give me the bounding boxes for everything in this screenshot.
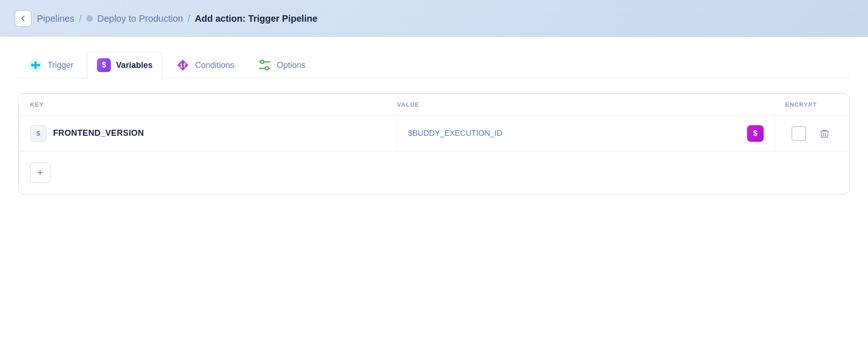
cell-key: $ FRONTEND_VERSION bbox=[19, 116, 397, 151]
col-key-header: KEY bbox=[30, 101, 397, 108]
tab-trigger-label: Trigger bbox=[48, 61, 73, 70]
breadcrumb-pipeline-name[interactable]: Deploy to Production bbox=[97, 13, 183, 24]
svg-rect-2 bbox=[35, 61, 37, 63]
header: Pipelines / Deploy to Production / Add a… bbox=[0, 0, 868, 37]
tab-conditions-label: Conditions bbox=[195, 61, 234, 70]
table-row: $ FRONTEND_VERSION $BUDDY_EXECUTION_ID $ bbox=[19, 116, 849, 151]
tab-options[interactable]: Options bbox=[247, 52, 315, 79]
add-icon: + bbox=[37, 167, 43, 179]
key-variable-icon: $ bbox=[30, 125, 47, 142]
delete-row-button[interactable] bbox=[816, 125, 833, 142]
svg-point-14 bbox=[265, 67, 269, 70]
tab-variables[interactable]: $ Variables bbox=[87, 52, 162, 79]
breadcrumb-sep-2: / bbox=[187, 13, 190, 24]
conditions-icon: if bbox=[175, 58, 190, 73]
col-value-header: VALUE bbox=[397, 101, 764, 108]
table-header: KEY VALUE ENCRYPT bbox=[19, 94, 849, 116]
value-text: $BUDDY_EXECUTION_ID bbox=[408, 129, 741, 138]
breadcrumb-current-page: Add action: Trigger Pipeline bbox=[195, 13, 318, 24]
trigger-icon bbox=[28, 58, 43, 73]
tab-variables-label: Variables bbox=[116, 61, 152, 70]
col-encrypt-header: ENCRYPT bbox=[764, 101, 838, 108]
breadcrumb-pipelines[interactable]: Pipelines bbox=[37, 13, 74, 24]
tab-trigger[interactable]: Trigger bbox=[18, 52, 83, 79]
cell-encrypt bbox=[775, 116, 849, 151]
breadcrumb: Pipelines / Deploy to Production / Add a… bbox=[37, 13, 318, 24]
variables-table: KEY VALUE ENCRYPT $ FRONTEND_VERSION $BU… bbox=[18, 93, 850, 194]
breadcrumb-sep-1: / bbox=[79, 13, 82, 24]
back-button[interactable] bbox=[15, 10, 31, 27]
key-name: FRONTEND_VERSION bbox=[53, 128, 144, 138]
variables-icon: $ bbox=[96, 58, 111, 73]
tab-conditions[interactable]: if Conditions bbox=[166, 52, 244, 79]
tab-bar: Trigger $ Variables if Conditions bbox=[18, 52, 850, 79]
svg-text:if: if bbox=[180, 62, 186, 69]
main-content: Trigger $ Variables if Conditions bbox=[0, 37, 868, 351]
svg-point-12 bbox=[261, 61, 264, 64]
svg-rect-3 bbox=[35, 67, 37, 69]
encrypt-checkbox[interactable] bbox=[791, 126, 806, 141]
tab-options-label: Options bbox=[277, 61, 305, 70]
svg-point-1 bbox=[34, 63, 37, 67]
options-icon bbox=[257, 58, 272, 73]
variable-insert-button[interactable]: $ bbox=[747, 125, 764, 142]
cell-value: $BUDDY_EXECUTION_ID $ bbox=[397, 116, 775, 151]
add-row-section: + bbox=[19, 151, 849, 194]
add-variable-button[interactable]: + bbox=[30, 163, 50, 183]
pipeline-status-dot bbox=[86, 15, 93, 22]
